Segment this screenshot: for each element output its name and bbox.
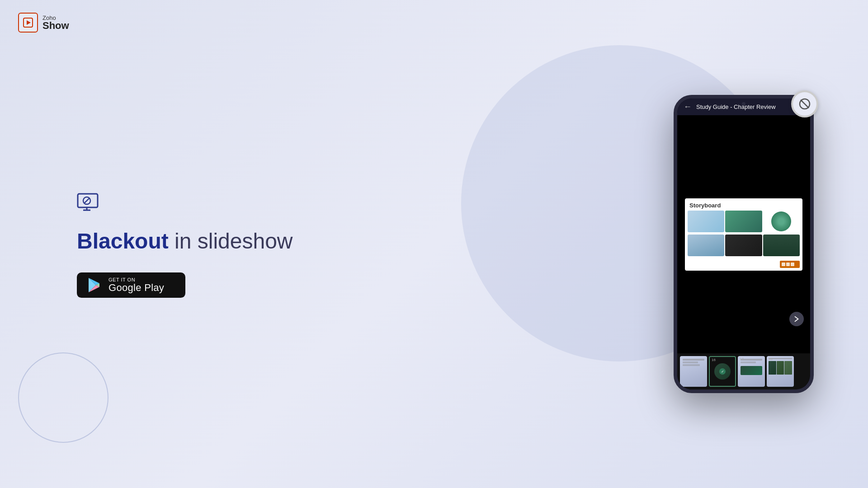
thumbnail-16[interactable]: 16 ✓ xyxy=(709,356,736,387)
logo-text: Zoho Show xyxy=(42,15,69,31)
phone-container: ← Study Guide - Chapter Review Storyboar… xyxy=(674,95,814,393)
blackout-icon-svg xyxy=(77,190,100,214)
left-content-area: Blackout in slideshow GET IT ON Google P… xyxy=(77,190,293,298)
thumbnail-18[interactable]: 18 xyxy=(767,356,794,387)
thumb-17-number: 17 xyxy=(740,357,744,361)
phone-nav-arrow[interactable] xyxy=(789,312,804,326)
logo: Zoho Show xyxy=(18,13,69,33)
slide-image-3 xyxy=(763,211,800,232)
google-play-text: GET IT ON Google Play xyxy=(108,277,164,293)
nav-arrow-icon xyxy=(793,316,800,322)
phone-back-button[interactable]: ← xyxy=(684,102,692,112)
phone-screen: ← Study Guide - Chapter Review Storyboar… xyxy=(677,99,810,389)
blackout-circle-icon xyxy=(798,98,811,110)
slide-image-6 xyxy=(763,235,800,256)
headline-rest: in slideshow xyxy=(169,229,293,253)
thumbnail-15[interactable] xyxy=(680,356,707,387)
phone-presentation-title: Study Guide - Chapter Review xyxy=(696,103,804,110)
logo-svg xyxy=(23,17,33,28)
blackout-feature-icon xyxy=(77,190,293,228)
slide-images-grid xyxy=(685,211,802,260)
svg-line-12 xyxy=(801,100,809,108)
slide-image-5 xyxy=(725,235,762,256)
phone-camera xyxy=(742,102,745,106)
phone-thumbnails-bar: 16 ✓ 17 xyxy=(677,353,810,389)
slide-label: Storyboard xyxy=(685,198,802,211)
decorative-circle-small xyxy=(18,352,108,443)
svg-marker-1 xyxy=(27,20,31,25)
logo-show-label: Show xyxy=(42,21,69,31)
phone-frame: ← Study Guide - Chapter Review Storyboar… xyxy=(674,95,814,393)
slide-image-2 xyxy=(725,211,762,232)
phone-app-header: ← Study Guide - Chapter Review xyxy=(677,99,810,115)
slide-preview-card: Storyboard xyxy=(685,198,802,271)
phone-mockup-wrapper: ← Study Guide - Chapter Review Storyboar… xyxy=(674,95,814,393)
google-play-button[interactable]: GET IT ON Google Play xyxy=(77,272,185,298)
svg-rect-2 xyxy=(78,194,98,207)
google-play-store-label: Google Play xyxy=(108,282,164,293)
get-it-on-label: GET IT ON xyxy=(108,277,135,282)
svg-line-4 xyxy=(85,198,89,203)
headline-bold: Blackout xyxy=(77,229,169,253)
slide-corner-accent xyxy=(780,261,800,268)
thumbnail-17[interactable]: 17 xyxy=(738,356,765,387)
thumb-18-number: 18 xyxy=(769,357,773,361)
logo-icon xyxy=(18,13,38,33)
google-play-logo-icon xyxy=(86,277,102,293)
slide-image-4 xyxy=(688,235,724,256)
main-headline: Blackout in slideshow xyxy=(77,228,293,254)
blackout-circle-button[interactable] xyxy=(791,90,818,117)
thumb-16-number: 16 xyxy=(712,358,716,362)
slide-image-1 xyxy=(688,211,724,232)
phone-blackout-area: Storyboard xyxy=(677,115,810,353)
